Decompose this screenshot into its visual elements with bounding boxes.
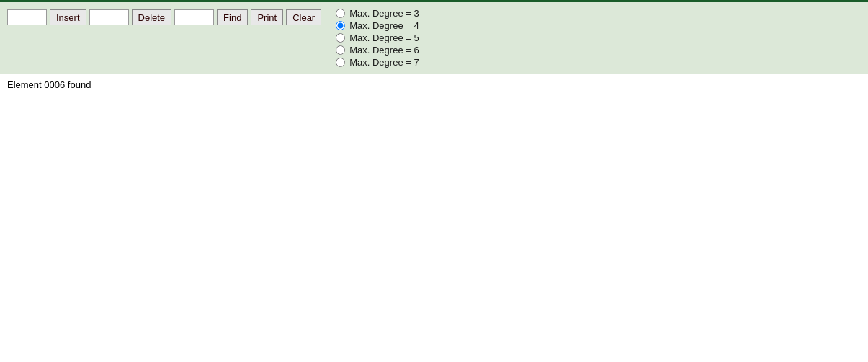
radio-option-5[interactable]: Max. Degree = 5 [336,32,419,43]
radio-input-7[interactable] [336,58,345,67]
radio-label-3: Max. Degree = 3 [349,8,419,19]
radio-input-3[interactable] [336,9,345,18]
find-button[interactable]: Find [217,9,248,25]
toolbar: Insert Delete Find Print Clear Max. Degr… [0,0,868,74]
radio-label-6: Max. Degree = 6 [349,45,419,56]
delete-button[interactable]: Delete [132,9,172,25]
find-input[interactable] [174,9,214,25]
insert-button[interactable]: Insert [50,9,86,25]
controls-right: Max. Degree = 3Max. Degree = 4Max. Degre… [336,8,419,68]
status-message: Element 0006 found [7,79,91,90]
controls-left: Insert Delete Find Print Clear [7,8,321,25]
insert-input[interactable] [7,9,47,25]
delete-input[interactable] [89,9,129,25]
radio-option-4[interactable]: Max. Degree = 4 [336,20,419,31]
radio-input-6[interactable] [336,45,345,55]
clear-button[interactable]: Clear [286,9,321,25]
radio-label-4: Max. Degree = 4 [349,20,419,31]
radio-label-5: Max. Degree = 5 [349,32,419,43]
radio-input-4[interactable] [336,21,345,30]
radio-option-7[interactable]: Max. Degree = 7 [336,57,419,68]
status-bar: Element 0006 found [0,74,868,96]
radio-option-3[interactable]: Max. Degree = 3 [336,8,419,19]
print-button[interactable]: Print [251,9,283,25]
radio-option-6[interactable]: Max. Degree = 6 [336,45,419,56]
radio-label-7: Max. Degree = 7 [349,57,419,68]
radio-input-5[interactable] [336,33,345,43]
